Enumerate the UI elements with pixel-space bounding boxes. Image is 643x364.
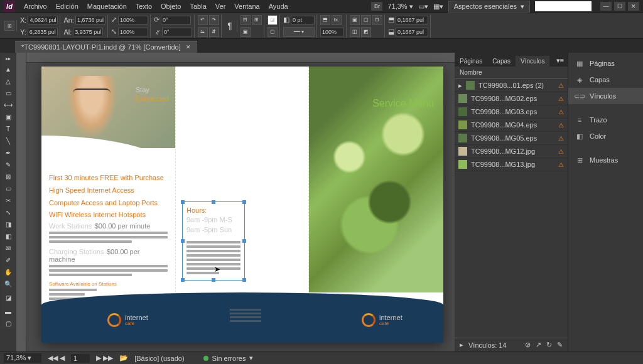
menu-window[interactable]: Ventana bbox=[234, 3, 259, 10]
side-tab-stroke[interactable]: ≡Trazo bbox=[568, 112, 643, 128]
content-collector-tool[interactable]: ▣ bbox=[1, 111, 15, 122]
side-tab-color[interactable]: ◧Color bbox=[568, 128, 643, 144]
edit-original-icon[interactable]: ✎ bbox=[557, 341, 563, 349]
scalex-field[interactable] bbox=[118, 16, 148, 24]
search-input[interactable] bbox=[535, 1, 592, 11]
type-tool[interactable]: T bbox=[1, 123, 15, 134]
links-column-header[interactable]: Nombre bbox=[455, 67, 568, 79]
relink-icon[interactable]: ⊘ bbox=[525, 341, 531, 349]
center-icon[interactable]: ⊡ bbox=[372, 15, 382, 25]
paragraph-icon[interactable]: ¶ bbox=[225, 21, 235, 31]
shear-field[interactable] bbox=[162, 28, 192, 36]
side-tab-layers[interactable]: ◈Capas bbox=[568, 72, 643, 88]
gap-tool[interactable]: ⟷ bbox=[1, 99, 15, 110]
update-link-icon[interactable]: ↻ bbox=[546, 341, 552, 349]
distribute-icon[interactable]: ⊞ bbox=[252, 15, 262, 25]
note-tool[interactable]: ✉ bbox=[1, 242, 15, 254]
scissors-tool[interactable]: ✂ bbox=[1, 195, 15, 206]
stroke-weight-field[interactable] bbox=[291, 16, 315, 24]
corner-a-field[interactable] bbox=[396, 16, 428, 24]
fill-prop-icon[interactable]: ◫ bbox=[350, 27, 360, 37]
height-field[interactable] bbox=[73, 28, 103, 36]
stroke-swatch[interactable]: ▢ bbox=[267, 27, 278, 37]
link-row[interactable]: TC99908...MG13.jpg⚠ bbox=[455, 158, 568, 171]
menu-file[interactable]: Archivo bbox=[24, 3, 47, 10]
link-row[interactable]: TC99908...MG05.eps⚠ bbox=[455, 132, 568, 145]
flip-v-icon[interactable]: ⇵ bbox=[209, 27, 219, 37]
toolbox-collapse-icon[interactable]: ▸▸ bbox=[1, 54, 15, 63]
scaley-field[interactable] bbox=[118, 28, 148, 36]
menu-layout[interactable]: Maquetación bbox=[87, 3, 127, 10]
menu-text[interactable]: Texto bbox=[136, 3, 152, 10]
open-icon[interactable]: 📂 bbox=[119, 354, 128, 362]
link-row[interactable]: TC99908...MG03.eps⚠ bbox=[455, 105, 568, 119]
selection-tool[interactable]: ▲ bbox=[1, 63, 15, 75]
screen-mode[interactable]: ▢ bbox=[1, 318, 15, 329]
bridge-icon[interactable]: Br bbox=[371, 2, 382, 11]
pen-tool[interactable]: ✒ bbox=[1, 147, 15, 158]
effects-icon[interactable]: fx. bbox=[332, 15, 342, 25]
gradient-swatch-tool[interactable]: ◨ bbox=[1, 218, 15, 230]
textwrap-icon[interactable]: ▣ bbox=[240, 27, 251, 37]
document-tab[interactable]: *TC9990801-LAYOUT-PI1.indd @ 71% [Conver… bbox=[15, 41, 197, 53]
apply-color[interactable]: ▬ bbox=[1, 306, 15, 317]
align-icon[interactable]: ⊟ bbox=[240, 15, 251, 25]
panel-menu-icon[interactable]: ▾≡ bbox=[553, 55, 568, 67]
direct-selection-tool[interactable]: △ bbox=[1, 75, 15, 87]
zoom-tool[interactable]: 🔍 bbox=[1, 278, 15, 289]
rotate-ccw-icon[interactable]: ↶ bbox=[198, 15, 208, 25]
fitframe-icon[interactable]: ▣ bbox=[350, 15, 360, 25]
corner-icon[interactable]: ⬒ bbox=[320, 15, 330, 25]
fit-prop-icon[interactable]: ◩ bbox=[361, 27, 371, 37]
page-nav-next[interactable]: ▶ ▶▶ bbox=[96, 354, 113, 362]
arrange-icon[interactable]: ▦▾ bbox=[433, 3, 443, 11]
side-tab-links[interactable]: ⊂⊃Vínculos bbox=[568, 88, 643, 104]
link-row[interactable]: TC99908...MG04.eps⚠ bbox=[455, 119, 568, 132]
corner-b-field[interactable] bbox=[396, 28, 428, 36]
width-field[interactable] bbox=[75, 16, 105, 24]
selected-text-frame[interactable]: Hours: 9am -9pm M-S 9am -5pm Sun bbox=[182, 201, 245, 281]
canvas[interactable]: Stay Connected First 30 minutes FREE wit… bbox=[16, 53, 455, 351]
flip-h-icon[interactable]: ⇋ bbox=[198, 27, 208, 37]
menu-view[interactable]: Ver bbox=[215, 3, 226, 10]
link-row[interactable]: TC99908...MG02.eps⚠ bbox=[455, 92, 568, 105]
free-transform-tool[interactable]: ⤡ bbox=[1, 206, 15, 218]
panel-tab-layers[interactable]: Capas bbox=[487, 56, 516, 67]
menu-help[interactable]: Ayuda bbox=[269, 3, 288, 10]
close-tab-icon[interactable]: ✕ bbox=[186, 44, 191, 50]
goto-link-icon[interactable]: ↗ bbox=[536, 341, 541, 349]
rectangle-frame-tool[interactable]: ⊠ bbox=[1, 171, 15, 182]
panel-tab-pages[interactable]: Páginas bbox=[455, 56, 487, 67]
zoom-dropdown[interactable]: 71,3% ▾ bbox=[387, 3, 413, 11]
side-tab-pages[interactable]: ▦Páginas bbox=[568, 55, 643, 72]
link-row[interactable]: ▸TC99908...01.eps (2)⚠ bbox=[455, 79, 568, 92]
rotate-cw-icon[interactable]: ↷ bbox=[209, 15, 219, 25]
rotate-field[interactable] bbox=[161, 16, 191, 24]
menu-edit[interactable]: Edición bbox=[56, 3, 78, 10]
link-row[interactable]: TC99908...MG12.jpg⚠ bbox=[455, 145, 568, 158]
stroke-style-dd[interactable]: ━━ ▾ bbox=[283, 27, 315, 37]
opacity-field[interactable] bbox=[320, 28, 344, 36]
fill-swatch[interactable]: ◪ bbox=[267, 15, 278, 25]
page-nav-prev[interactable]: ◀◀ ◀ bbox=[48, 354, 65, 362]
status-page[interactable]: 1 bbox=[71, 354, 90, 363]
refpoint-icon[interactable]: ⊞ bbox=[4, 21, 14, 31]
workspace-switcher[interactable]: Aspectos esenciales ▾ bbox=[448, 1, 530, 13]
eyedropper-tool[interactable]: ✐ bbox=[1, 254, 15, 265]
close-button[interactable]: ✕ bbox=[628, 2, 639, 11]
minimize-button[interactable]: — bbox=[600, 2, 612, 11]
line-tool[interactable]: ╲ bbox=[1, 135, 15, 146]
rectangle-tool[interactable]: ▭ bbox=[1, 183, 15, 194]
page-tool[interactable]: ▭ bbox=[1, 87, 15, 99]
fitcontent-icon[interactable]: ▢ bbox=[361, 15, 371, 25]
screen-mode-icon[interactable]: ▭▾ bbox=[418, 3, 428, 11]
status-zoom[interactable]: 71,3% ▾ bbox=[4, 353, 41, 363]
menu-table[interactable]: Tabla bbox=[190, 3, 206, 10]
expand-icon[interactable]: ▸ bbox=[458, 82, 462, 90]
preflight-status[interactable]: Sin errores ▾ bbox=[203, 354, 254, 362]
pencil-tool[interactable]: ✎ bbox=[1, 159, 15, 170]
fill-stroke-toggle[interactable]: ◪ bbox=[1, 290, 15, 305]
menu-object[interactable]: Objeto bbox=[161, 3, 181, 10]
side-tab-swatches[interactable]: ⊞Muestras bbox=[568, 152, 643, 168]
panel-tab-links[interactable]: Vínculos bbox=[516, 56, 549, 67]
